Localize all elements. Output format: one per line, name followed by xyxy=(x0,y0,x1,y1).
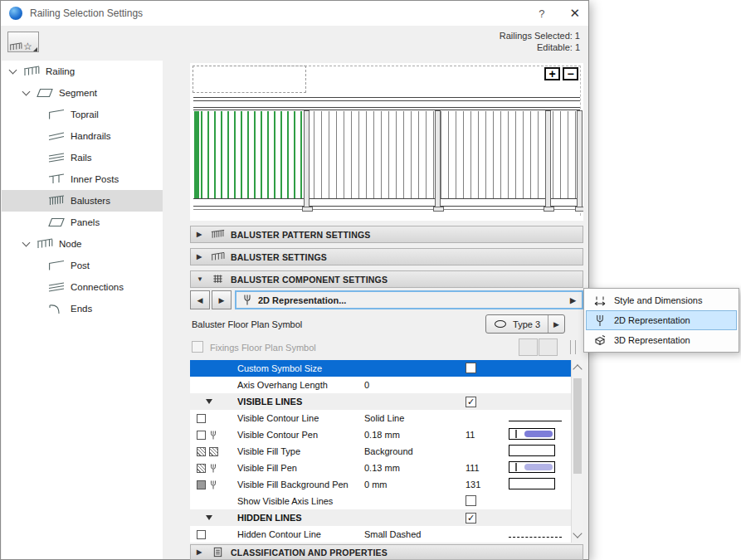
tree-item-railing[interactable]: Railing xyxy=(2,61,163,82)
chevron-down-icon[interactable] xyxy=(9,66,17,75)
tree-item-toprail[interactable]: Toprail xyxy=(2,104,163,125)
panel-classification-and-properties[interactable]: ▶ CLASSIFICATION AND PROPERTIES xyxy=(190,544,583,560)
row-name: Visible Contour Pen xyxy=(237,430,364,440)
axis-lines-checkbox[interactable] xyxy=(466,495,476,506)
inner-posts-icon xyxy=(48,173,65,185)
hidden-lines-checkbox[interactable]: ✓ xyxy=(466,513,476,523)
custom-symbol-size-checkbox[interactable] xyxy=(466,363,476,373)
baluster-floor-plan-symbol-label: Baluster Floor Plan Symbol xyxy=(192,319,302,329)
row-value[interactable]: Small Dashed xyxy=(364,529,466,539)
tree-item-post[interactable]: Post xyxy=(2,255,163,276)
table-row-visible-contour-pen[interactable]: Visible Contour Pen 0.18 mm 11 xyxy=(190,426,571,443)
tree-item-connections[interactable]: Connections xyxy=(2,276,163,298)
tree-item-balusters[interactable]: Balusters xyxy=(2,190,163,212)
row-value[interactable]: 0 mm xyxy=(364,480,466,489)
page-selector-dropdown[interactable]: 2D Representation... ▶ xyxy=(235,290,583,309)
previous-page-button[interactable]: ◀ xyxy=(190,290,210,309)
panels-icon xyxy=(48,217,65,228)
tree-item-handrails[interactable]: Handrails xyxy=(2,125,163,147)
row-value[interactable]: 0 xyxy=(364,380,466,390)
ends-icon xyxy=(48,303,65,314)
symbol-row: Baluster Floor Plan Symbol Type 3 ▶ xyxy=(190,314,583,335)
selection-status: Railings Selected: 1 Editable: 1 xyxy=(500,30,580,53)
collapse-triangle-icon[interactable] xyxy=(206,399,212,404)
table-row-visible-fill-type[interactable]: Visible Fill Type Background xyxy=(190,443,571,460)
fixings-checkbox[interactable] xyxy=(192,341,203,353)
pen-set-button[interactable] xyxy=(539,338,558,356)
row-value[interactable]: 0.13 mm xyxy=(364,463,466,473)
pen-color-swatch[interactable] xyxy=(509,478,555,489)
component-grid-icon xyxy=(211,274,225,285)
scrollbar-thumb[interactable] xyxy=(573,378,582,474)
tree-item-segment[interactable]: Segment xyxy=(2,82,163,104)
solid-line-preview[interactable] xyxy=(509,421,562,421)
railing-preview[interactable]: + − xyxy=(190,63,583,221)
next-page-button[interactable]: ▶ xyxy=(212,290,232,309)
connections-icon xyxy=(48,281,65,293)
scroll-down-icon[interactable] xyxy=(573,528,582,538)
pen-set-button[interactable] xyxy=(519,338,538,356)
tree-label: Rails xyxy=(71,153,92,163)
table-scrollbar[interactable] xyxy=(571,360,583,543)
row-value[interactable]: Background xyxy=(364,446,466,456)
pen-color-swatch[interactable] xyxy=(509,461,555,473)
pen-number: 111 xyxy=(466,463,509,473)
collapse-triangle-icon[interactable] xyxy=(206,515,212,520)
tree-item-rails[interactable]: Rails xyxy=(2,147,163,168)
balusters-icon xyxy=(48,195,65,207)
table-row-custom-symbol-size[interactable]: Custom Symbol Size xyxy=(190,360,571,377)
scroll-up-icon[interactable] xyxy=(573,364,582,373)
row-value[interactable]: Solid Line xyxy=(364,413,466,423)
help-button[interactable]: ? xyxy=(539,7,544,20)
table-row-visible-contour-line[interactable]: Visible Contour Line Solid Line xyxy=(190,410,571,426)
pen-color-bar xyxy=(524,431,553,437)
table-row-hidden-contour-line[interactable]: Hidden Contour Line Small Dashed xyxy=(190,526,571,543)
chevron-down-icon[interactable] xyxy=(22,88,31,96)
row-value[interactable]: 0.18 mm xyxy=(364,430,466,440)
table-group-hidden-lines[interactable]: HIDDEN LINES ✓ xyxy=(190,509,571,526)
tree-item-node[interactable]: Node xyxy=(2,233,163,255)
toprail-band xyxy=(193,100,580,108)
dashed-line-preview[interactable] xyxy=(509,537,562,538)
zoom-in-button[interactable]: + xyxy=(544,67,560,80)
tree-item-ends[interactable]: Ends xyxy=(2,298,163,319)
menu-item-3d-representation[interactable]: 3D Representation xyxy=(586,330,737,350)
override-checkbox[interactable] xyxy=(197,530,206,539)
tree-label: Railing xyxy=(46,66,75,76)
table-row-visible-fill-background-pen[interactable]: Visible Fill Background Pen 0 mm 131 xyxy=(190,476,571,493)
tree-item-panels[interactable]: Panels xyxy=(2,212,163,233)
row-name: Axis Overhang Length xyxy=(237,380,364,390)
table-group-visible-lines[interactable]: VISIBLE LINES ✓ xyxy=(190,393,571,410)
menu-item-style-and-dimensions[interactable]: Style and Dimensions xyxy=(586,290,737,310)
close-button[interactable]: ✕ xyxy=(569,6,580,21)
panel-baluster-settings[interactable]: ▶ BALUSTER SETTINGS xyxy=(190,248,583,265)
node-icon xyxy=(37,238,53,250)
fill-preview-swatch[interactable] xyxy=(509,445,555,456)
menu-item-label: Style and Dimensions xyxy=(614,295,702,305)
panel-baluster-pattern-settings[interactable]: ▶ BALUSTER PATTERN SETTINGS xyxy=(190,226,583,243)
tree-item-inner-posts[interactable]: Inner Posts xyxy=(2,168,163,190)
panel-baluster-component-settings[interactable]: ▼ BALUSTER COMPONENT SETTINGS xyxy=(190,270,583,288)
chevron-down-icon[interactable] xyxy=(22,239,31,247)
pen-color-swatch[interactable] xyxy=(509,428,555,440)
table-row-show-visible-axis-lines[interactable]: Show Visible Axis Lines xyxy=(190,493,571,509)
baluster-icon xyxy=(211,251,225,262)
table-row-visible-fill-pen[interactable]: Visible Fill Pen 0.13 mm 111 xyxy=(190,460,571,476)
toprail-icon xyxy=(48,109,65,120)
post xyxy=(435,110,441,212)
menu-item-2d-representation[interactable]: 2D Representation xyxy=(586,310,737,330)
expanded-arrow-icon: ▼ xyxy=(197,275,205,283)
title-bar: Railing Selection Settings ? ✕ xyxy=(1,1,588,26)
visible-lines-checkbox[interactable]: ✓ xyxy=(466,397,476,407)
menu-arrow-icon: ▶ xyxy=(548,315,564,333)
row-name: Visible Fill Pen xyxy=(237,463,364,473)
row-name: Visible Fill Type xyxy=(237,446,364,456)
pen-icon xyxy=(209,480,217,490)
zoom-out-button[interactable]: − xyxy=(563,67,578,80)
symbol-type-button[interactable]: Type 3 ▶ xyxy=(485,314,565,334)
table-row-axis-overhang-length[interactable]: Axis Overhang Length 0 xyxy=(190,377,571,393)
favorites-button[interactable]: ☆ xyxy=(7,32,39,52)
railing-icon xyxy=(23,66,40,77)
override-checkbox[interactable] xyxy=(197,414,206,423)
override-checkbox[interactable] xyxy=(197,431,206,440)
